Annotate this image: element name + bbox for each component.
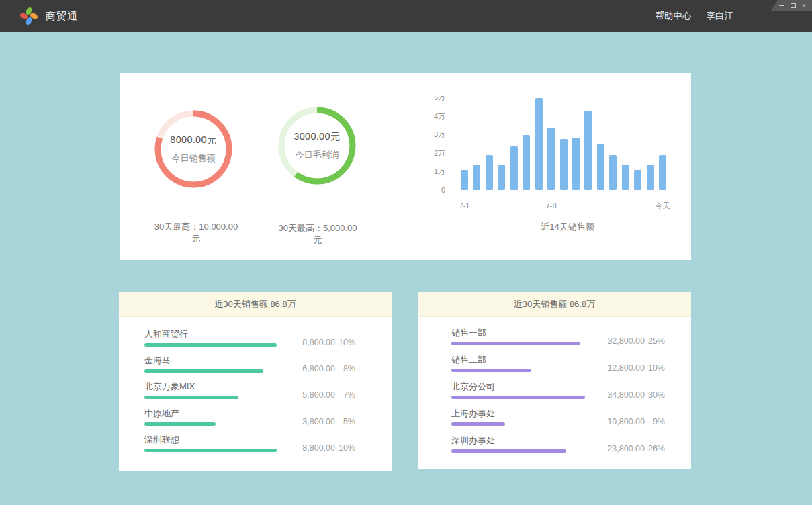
bar-chart-x-axis: 7-17-8今天 bbox=[461, 201, 666, 210]
rank-percent: 10% bbox=[645, 363, 665, 373]
customers-ranking-panel: 近30天销售额 86.8万 人和商贸行8,800.0010%金海马6,800.0… bbox=[119, 292, 392, 471]
today-profit-value: 3000.00元 bbox=[294, 130, 340, 143]
customers-panel-title: 近30天销售额 86.8万 bbox=[119, 292, 392, 317]
y-tick-label: 0 bbox=[402, 185, 445, 195]
rank-bar bbox=[451, 342, 580, 345]
help-center-link[interactable]: 帮助中心 bbox=[656, 10, 692, 22]
today-sales-donut: 8000.00元 今日销售额 bbox=[152, 107, 235, 191]
rank-bar-track bbox=[451, 396, 585, 399]
rank-figures: 34,800.0030% bbox=[595, 390, 665, 400]
today-profit-label: 今日毛利润 bbox=[296, 149, 339, 161]
bar bbox=[498, 165, 505, 191]
rank-row: 人和商贸行8,800.0010% bbox=[144, 329, 355, 355]
today-profit-donut: 3000.00元 今日毛利润 bbox=[275, 104, 359, 187]
rank-bar bbox=[451, 396, 585, 399]
profit-30d-max-label: 30天最高：5,000.00元 bbox=[274, 222, 361, 246]
rank-bar-track bbox=[144, 343, 277, 347]
bar bbox=[572, 138, 580, 190]
bar bbox=[622, 165, 629, 191]
bar bbox=[461, 170, 468, 190]
rank-value: 3,800.00 bbox=[285, 417, 335, 426]
rank-bar-track bbox=[144, 422, 277, 426]
rank-figures: 10,800.009% bbox=[595, 417, 665, 426]
rank-bar-track bbox=[451, 449, 585, 453]
rank-percent: 5% bbox=[335, 417, 355, 426]
rank-bar bbox=[144, 343, 277, 347]
sales-30d-max-label: 30天最高：10,000.00元 bbox=[150, 221, 242, 245]
rank-figures: 3,800.005% bbox=[285, 417, 355, 426]
today-summary-card: 8000.00元 今日销售额 3000.00元 今日毛利润 30天最高：10,0… bbox=[120, 73, 691, 260]
rank-figures: 8,800.0010% bbox=[285, 338, 355, 347]
rank-figures: 8,800.0010% bbox=[285, 443, 355, 453]
x-tick-label: 7-1 bbox=[450, 201, 480, 210]
rank-bar bbox=[144, 396, 238, 399]
bar bbox=[584, 111, 592, 190]
rank-bar-track bbox=[451, 369, 585, 372]
customers-panel-body: 人和商贸行8,800.0010%金海马6,800.008%北京万象MIX5,80… bbox=[119, 317, 392, 461]
bar bbox=[659, 155, 666, 190]
bar-chart-y-axis: 5万4万3万2万1万0 bbox=[402, 73, 445, 260]
departments-ranking-panel: 近30天销售额 86.8万 销售一部32,800.0025%销售二部12,800… bbox=[418, 292, 691, 469]
rank-row: 北京分公司34,800.0030% bbox=[451, 381, 665, 408]
rank-value: 8,800.00 bbox=[285, 443, 335, 453]
x-tick-label: 今天 bbox=[648, 201, 678, 210]
app-title: 商贸通 bbox=[46, 0, 78, 32]
rank-percent: 30% bbox=[645, 390, 665, 400]
departments-panel-title: 近30天销售额 86.8万 bbox=[418, 292, 691, 317]
rank-bar-track bbox=[451, 342, 585, 345]
rank-row: 金海马6,800.008% bbox=[144, 355, 355, 381]
rank-row: 北京万象MIX5,800.007% bbox=[144, 381, 355, 408]
minimize-button[interactable] bbox=[779, 5, 784, 6]
header-menu: 帮助中心 李白江 bbox=[656, 0, 734, 32]
today-sales-label: 今日销售额 bbox=[172, 152, 216, 165]
y-tick-label: 2万 bbox=[402, 148, 445, 158]
rank-row: 深圳办事处23,800.0026% bbox=[451, 435, 665, 462]
rank-bar bbox=[144, 369, 263, 373]
rank-percent: 26% bbox=[645, 444, 665, 453]
rank-figures: 12,800.0010% bbox=[595, 363, 665, 373]
maximize-button[interactable] bbox=[791, 3, 796, 8]
rank-bar-track bbox=[144, 369, 277, 373]
app-logo-icon bbox=[18, 5, 40, 27]
bar bbox=[510, 146, 518, 190]
rank-value: 6,800.00 bbox=[285, 364, 335, 373]
bar bbox=[560, 139, 568, 190]
app-header: 商贸通 帮助中心 李白江 × bbox=[0, 0, 812, 32]
rank-figures: 32,800.0025% bbox=[595, 336, 665, 346]
rank-bar bbox=[451, 369, 531, 372]
rank-figures: 6,800.008% bbox=[285, 364, 355, 373]
rank-row: 上海办事处10,800.009% bbox=[451, 408, 665, 435]
bar bbox=[647, 165, 654, 191]
bar bbox=[523, 135, 530, 191]
minimize-icon bbox=[779, 5, 784, 6]
rank-value: 5,800.00 bbox=[285, 390, 335, 400]
bar bbox=[486, 155, 493, 190]
rank-percent: 9% bbox=[645, 417, 665, 426]
rank-percent: 10% bbox=[335, 338, 355, 347]
bar bbox=[547, 128, 555, 191]
bar-chart-title: 近14天销售额 bbox=[496, 221, 639, 233]
close-button[interactable]: × bbox=[802, 2, 806, 9]
rank-bar-track bbox=[144, 449, 277, 452]
y-tick-label: 4万 bbox=[402, 111, 445, 121]
rank-percent: 7% bbox=[335, 390, 355, 400]
rank-figures: 23,800.0026% bbox=[595, 444, 665, 453]
rank-value: 12,800.00 bbox=[595, 363, 645, 373]
rank-percent: 25% bbox=[645, 336, 665, 346]
user-menu[interactable]: 李白江 bbox=[707, 10, 734, 22]
rank-bar bbox=[144, 422, 216, 426]
rank-bar bbox=[451, 422, 505, 426]
rank-row: 中原地产3,800.005% bbox=[144, 408, 355, 434]
bar bbox=[609, 155, 617, 190]
rank-value: 34,800.00 bbox=[595, 390, 645, 400]
bar-chart-bars bbox=[461, 97, 666, 190]
y-tick-label: 3万 bbox=[402, 130, 445, 139]
rank-percent: 10% bbox=[335, 443, 355, 453]
rank-percent: 8% bbox=[335, 364, 355, 373]
rank-bar bbox=[451, 449, 566, 453]
x-tick-label: 7-8 bbox=[537, 201, 566, 210]
bar bbox=[535, 98, 543, 191]
rank-value: 32,800.00 bbox=[595, 336, 645, 346]
rank-row: 深圳联想8,800.0010% bbox=[144, 434, 355, 461]
rank-value: 8,800.00 bbox=[285, 338, 335, 347]
